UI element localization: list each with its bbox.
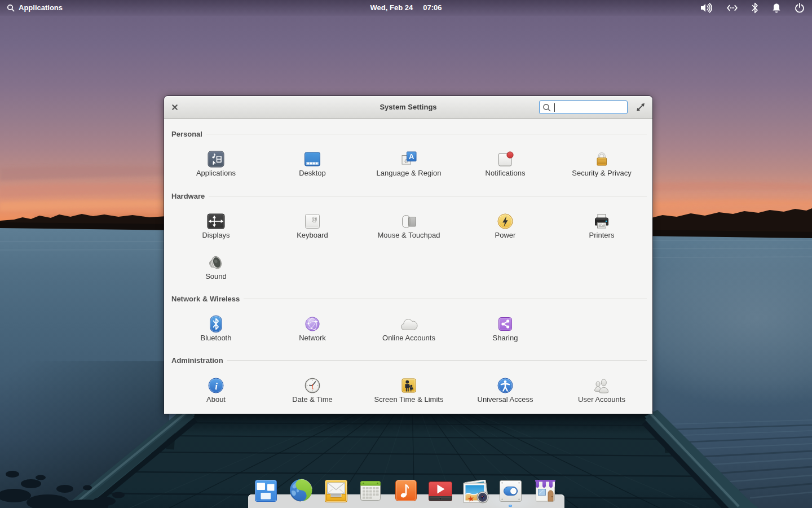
svg-text:A: A (409, 152, 414, 161)
svg-text:@: @ (311, 216, 317, 222)
svg-text:i: i (215, 381, 218, 392)
